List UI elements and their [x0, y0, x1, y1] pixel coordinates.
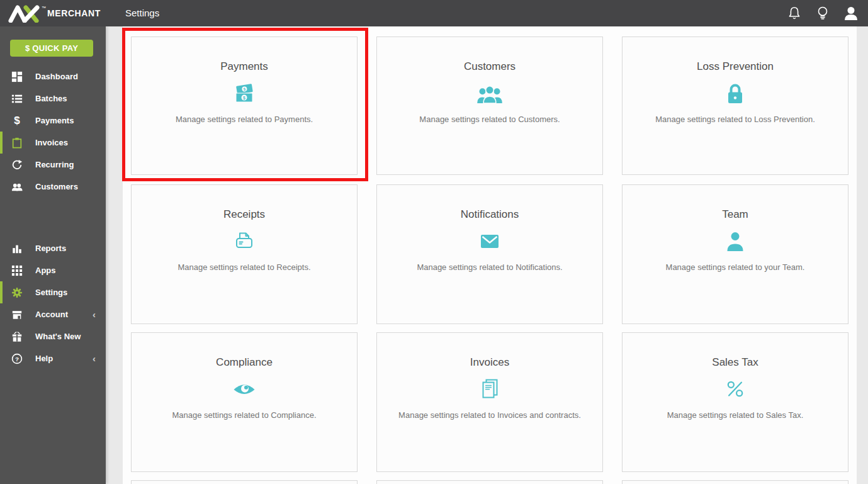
bell-icon[interactable]	[786, 5, 803, 21]
chevron-left-icon: ‹	[93, 309, 96, 320]
card-title: Payments	[132, 37, 357, 74]
settings-card-sales-tax[interactable]: Sales Tax Manage settings related to Sal…	[622, 332, 848, 472]
sidebar-item-customers[interactable]: Customers	[0, 176, 106, 198]
sidebar-item-label: Batches	[35, 94, 67, 103]
sidebar-item-payments[interactable]: $ Payments	[0, 110, 106, 132]
card-title: Customers	[377, 37, 602, 74]
active-indicator	[0, 347, 3, 369]
sidebar-spacer	[0, 198, 106, 237]
card-description: Manage settings related to Customers.	[377, 114, 602, 125]
sidebar-item-help[interactable]: ? Help ‹	[0, 347, 106, 369]
sidebar-item-whats-new[interactable]: What's New	[0, 325, 106, 347]
clipboard-icon	[11, 137, 23, 149]
documents-icon	[377, 377, 602, 401]
active-indicator	[0, 65, 3, 87]
sidebar-item-label: Dashboard	[35, 72, 78, 81]
settings-card-team[interactable]: Team Manage settings related to your Tea…	[622, 184, 848, 324]
settings-card-invoices[interactable]: Invoices Manage settings related to Invo…	[376, 332, 603, 472]
card-description: Manage settings related to Payments.	[132, 114, 357, 125]
card-description: Manage settings related to Compliance.	[132, 410, 357, 421]
active-indicator	[0, 176, 3, 198]
sidebar-item-recurring[interactable]: Recurring	[0, 154, 106, 176]
settings-card-loss-prevention[interactable]: Loss Prevention Manage settings related …	[622, 37, 848, 175]
batches-icon	[11, 93, 23, 105]
settings-card-grid: Payments $ $	[123, 26, 857, 484]
recurring-icon	[11, 159, 23, 171]
card-description: Manage settings related to Loss Preventi…	[623, 114, 848, 125]
settings-card-receipts[interactable]: Receipts Manage settings	[131, 184, 358, 324]
storefront-icon	[11, 308, 23, 321]
printer-icon	[132, 229, 357, 253]
settings-card-partial[interactable]	[131, 480, 358, 484]
sidebar-item-label: Payments	[35, 116, 74, 125]
active-indicator	[0, 259, 3, 281]
eye-icon	[132, 377, 357, 401]
active-indicator	[0, 303, 3, 325]
sidebar-item-label: Settings	[35, 288, 67, 297]
quick-pay-button[interactable]: $ QUICK PAY	[10, 40, 93, 57]
sidebar-item-batches[interactable]: Batches	[0, 87, 106, 110]
dollar-icon: $	[11, 115, 23, 127]
sidebar-item-invoices[interactable]: Invoices	[0, 132, 106, 154]
card-description: Manage settings related to Sales Tax.	[623, 410, 848, 421]
people-group-icon	[377, 81, 602, 105]
sidebar: $ QUICK PAY Dashboard Batches	[0, 26, 106, 484]
sidebar-item-label: Reports	[35, 244, 66, 253]
sidebar-item-label: What's New	[35, 332, 81, 341]
people-icon	[11, 181, 23, 193]
sidebar-item-label: Account	[35, 310, 68, 319]
gift-icon	[11, 330, 23, 343]
settings-card-compliance[interactable]: Compliance Manage settings related to Co…	[131, 332, 358, 472]
sidebar-item-account[interactable]: Account ‹	[0, 303, 106, 325]
card-description: Manage settings related to your Team.	[623, 262, 848, 273]
svg-text:$: $	[243, 96, 245, 101]
card-description: Manage settings related to Receipts.	[132, 262, 357, 273]
active-indicator	[0, 132, 3, 154]
brand-name: MERCHANT	[47, 8, 101, 18]
card-description: Manage settings related to Invoices and …	[377, 410, 602, 421]
mx-merchant-logo[interactable]: ™ MERCHANT	[0, 4, 106, 23]
card-description: Manage settings related to Notifications…	[377, 262, 602, 273]
envelope-icon	[377, 229, 602, 253]
sidebar-item-label: Customers	[35, 182, 78, 191]
card-title: Team	[623, 185, 848, 222]
active-indicator	[0, 281, 3, 303]
active-indicator	[0, 237, 3, 259]
card-title: Sales Tax	[623, 333, 848, 369]
lightbulb-icon[interactable]	[814, 5, 831, 21]
gear-icon	[11, 286, 23, 299]
sidebar-item-label: Recurring	[35, 160, 74, 169]
settings-page: ™ MERCHANT Settings	[0, 0, 868, 484]
card-title: Receipts	[132, 185, 357, 222]
help-icon: ?	[11, 352, 23, 365]
top-bar: ™ MERCHANT Settings	[0, 0, 868, 26]
sidebar-item-apps[interactable]: Apps	[0, 259, 106, 281]
settings-card-payments[interactable]: Payments $ $	[131, 37, 358, 175]
settings-card-partial[interactable]	[376, 480, 603, 484]
apps-grid-icon	[11, 264, 23, 277]
active-indicator	[0, 87, 3, 110]
user-avatar-icon[interactable]	[843, 5, 859, 21]
bar-chart-icon	[11, 242, 23, 255]
dashboard-icon	[11, 70, 23, 83]
settings-panel: Payments $ $	[123, 26, 857, 484]
card-title: Loss Prevention	[623, 37, 848, 74]
lock-icon	[623, 81, 848, 105]
active-indicator	[0, 154, 3, 176]
active-indicator	[0, 325, 3, 347]
sidebar-item-label: Apps	[35, 266, 56, 275]
content-area: Payments $ $	[106, 26, 868, 484]
trademark-symbol: ™	[42, 6, 46, 10]
sidebar-item-dashboard[interactable]: Dashboard	[0, 65, 106, 87]
mx-logo-icon	[8, 4, 41, 23]
settings-card-notifications[interactable]: Notifications Manage settings related to…	[376, 184, 603, 324]
settings-card-customers[interactable]: Customers	[376, 37, 603, 175]
chevron-left-icon: ‹	[93, 353, 96, 364]
card-title: Compliance	[132, 333, 357, 369]
card-title: Notifications	[377, 185, 602, 222]
sidebar-item-reports[interactable]: Reports	[0, 237, 106, 259]
card-title: Invoices	[377, 333, 602, 369]
settings-card-partial[interactable]	[622, 480, 848, 484]
svg-text:?: ?	[15, 355, 19, 362]
sidebar-item-settings[interactable]: Settings	[0, 281, 106, 303]
